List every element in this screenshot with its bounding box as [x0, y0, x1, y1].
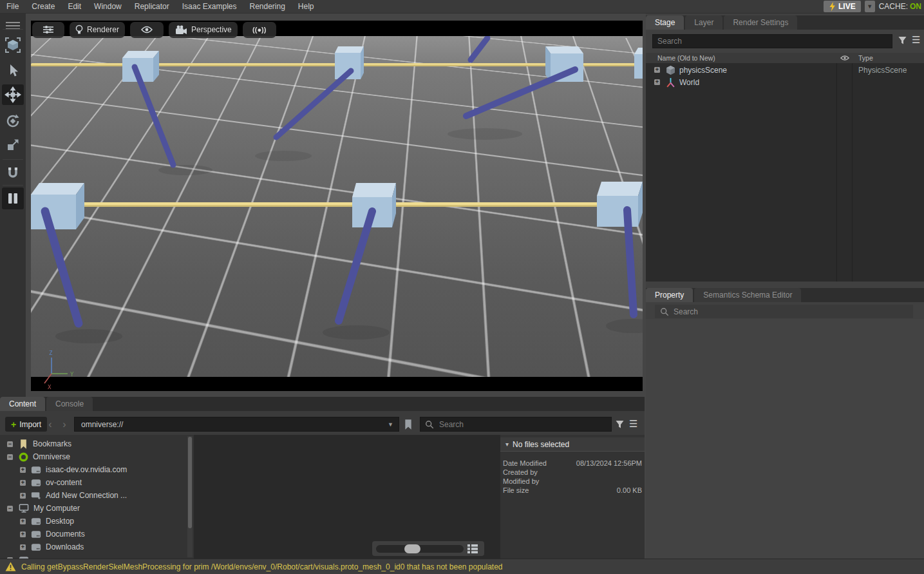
pole-far-left[interactable]: [135, 67, 173, 165]
isaac-sim-window: File Create Edit Window Replicator Isaac…: [0, 0, 924, 574]
cart-far-edge[interactable]: [634, 48, 643, 79]
forward-button[interactable]: ›: [59, 417, 70, 432]
tab-semantics-schema-editor[interactable]: Semantics Schema Editor: [694, 288, 801, 302]
tree-item-omniverse[interactable]: − Omniverse: [0, 450, 193, 463]
stage-tabbar: Stage Layer Render Settings: [646, 15, 924, 30]
list-view-icon[interactable]: [467, 544, 478, 553]
pole-far-right[interactable]: [466, 70, 575, 116]
tree-item-documents[interactable]: + Documents: [0, 528, 193, 541]
cart-near-left[interactable]: [31, 183, 84, 229]
camera-button[interactable]: Perspective: [169, 22, 238, 38]
expand-icon[interactable]: +: [654, 79, 660, 85]
select-tool[interactable]: [2, 61, 24, 81]
visibility-column-icon[interactable]: [840, 55, 849, 61]
add-connection-icon: [31, 492, 41, 500]
scale-tool[interactable]: [2, 135, 24, 155]
menu-isaac-examples[interactable]: Isaac Examples: [176, 0, 243, 14]
status-warning-text[interactable]: Calling getBypassRenderSkelMeshProcessin…: [21, 562, 503, 571]
tab-layer[interactable]: Layer: [685, 15, 722, 30]
back-button[interactable]: ‹: [45, 417, 55, 432]
tree-item-downloads[interactable]: + Downloads: [0, 541, 193, 553]
viewport-settings-button[interactable]: [32, 22, 64, 38]
tree-item-partial[interactable]: −: [0, 553, 193, 559]
path-dropdown-icon[interactable]: ▼: [388, 421, 393, 428]
tree-item-bookmarks[interactable]: − Bookmarks: [0, 437, 193, 450]
property-search[interactable]: Search: [655, 305, 913, 318]
bookmark-icon[interactable]: [404, 419, 413, 430]
slider-handle[interactable]: [404, 544, 420, 553]
expand-icon[interactable]: +: [20, 480, 26, 486]
audio-button[interactable]: ((●)): [243, 22, 276, 38]
cube-icon: [666, 65, 675, 75]
right-panel: Stage Layer Render Settings ☰ Name (Old …: [645, 14, 924, 559]
cart-near-middle[interactable]: [352, 183, 396, 227]
stage-search-input[interactable]: [652, 34, 892, 48]
tree-item-my-computer[interactable]: − My Computer: [0, 502, 193, 515]
tab-stage[interactable]: Stage: [646, 15, 684, 30]
tree-scrollbar[interactable]: [187, 436, 193, 557]
cart-near-right[interactable]: [597, 182, 643, 227]
renderer-button[interactable]: Renderer: [70, 22, 125, 38]
stage-row-world[interactable]: + World: [646, 76, 924, 88]
move-tool[interactable]: [2, 84, 24, 105]
tree-item-label: Add New Connection ...: [46, 491, 127, 500]
tree-item-isaac-dev[interactable]: + isaac-dev.ov.nvidia.com: [0, 463, 193, 476]
menu-create[interactable]: Create: [25, 0, 61, 14]
tab-console[interactable]: Console: [46, 397, 93, 411]
content-search[interactable]: [420, 417, 612, 432]
scrollbar-thumb[interactable]: [188, 437, 192, 528]
menu-file[interactable]: File: [0, 0, 25, 14]
tree-item-ov-content[interactable]: + ov-content: [0, 476, 193, 489]
menu-replicator[interactable]: Replicator: [128, 0, 176, 14]
collapse-icon[interactable]: −: [7, 441, 13, 447]
stage-options-button[interactable]: ☰: [912, 35, 920, 44]
details-header[interactable]: ▾ No files selected: [500, 437, 645, 452]
content-filter-button[interactable]: [615, 419, 625, 429]
disclosure-icon: ▾: [505, 441, 509, 448]
thumbnail-size-control: [372, 541, 484, 556]
thumbnail-size-slider[interactable]: [376, 545, 464, 553]
rail-near[interactable]: [76, 202, 601, 207]
visibility-button[interactable]: [130, 22, 164, 38]
menu-window[interactable]: Window: [88, 0, 128, 14]
column-type-header[interactable]: Type: [858, 54, 873, 62]
expand-icon[interactable]: +: [20, 519, 26, 524]
prim-name: physicsScene: [679, 66, 727, 75]
live-button[interactable]: LIVE: [824, 1, 861, 12]
menu-rendering[interactable]: Rendering: [243, 0, 291, 14]
expand-icon[interactable]: +: [654, 67, 660, 73]
import-button[interactable]: + Import: [5, 417, 47, 432]
tree-item-desktop[interactable]: + Desktop: [0, 515, 193, 528]
menu-edit[interactable]: Edit: [61, 0, 88, 14]
detail-label: Modified by: [503, 477, 539, 485]
rotate-tool[interactable]: [2, 110, 24, 132]
tab-property[interactable]: Property: [646, 288, 693, 302]
computer-icon: [19, 504, 29, 513]
pole-far-middle[interactable]: [276, 71, 351, 137]
pause-button[interactable]: [2, 187, 24, 209]
expand-icon[interactable]: +: [20, 531, 26, 537]
menu-help[interactable]: Help: [292, 0, 321, 14]
tab-render-settings[interactable]: Render Settings: [724, 15, 797, 30]
files-grid-area[interactable]: [194, 435, 500, 559]
viewport[interactable]: Renderer Perspective: [31, 21, 643, 391]
content-options-button[interactable]: ☰: [629, 419, 637, 428]
content-search-input[interactable]: [438, 419, 589, 430]
collapse-icon[interactable]: −: [7, 454, 13, 460]
expand-icon[interactable]: +: [20, 467, 26, 473]
column-name-header[interactable]: Name (Old to New): [657, 54, 715, 62]
stage-filter-button[interactable]: [898, 35, 907, 45]
tree-item-add-connection[interactable]: + Add New Connection ...: [0, 489, 193, 502]
collapse-icon[interactable]: −: [7, 506, 13, 512]
xform-axis-icon: [666, 77, 675, 88]
expand-icon[interactable]: +: [20, 493, 26, 499]
path-bar[interactable]: omniverse:// ▼: [74, 417, 399, 432]
stage-row-physicsscene[interactable]: + physicsScene PhysicsScene: [646, 64, 924, 76]
tab-content[interactable]: Content: [0, 397, 45, 411]
live-dropdown-button[interactable]: ▼: [865, 1, 875, 12]
frame-selection-tool[interactable]: [2, 33, 24, 57]
pole-near-middle[interactable]: [339, 211, 372, 321]
snap-tool[interactable]: [2, 162, 24, 184]
pole-background[interactable]: [471, 38, 487, 60]
expand-icon[interactable]: +: [20, 544, 26, 550]
